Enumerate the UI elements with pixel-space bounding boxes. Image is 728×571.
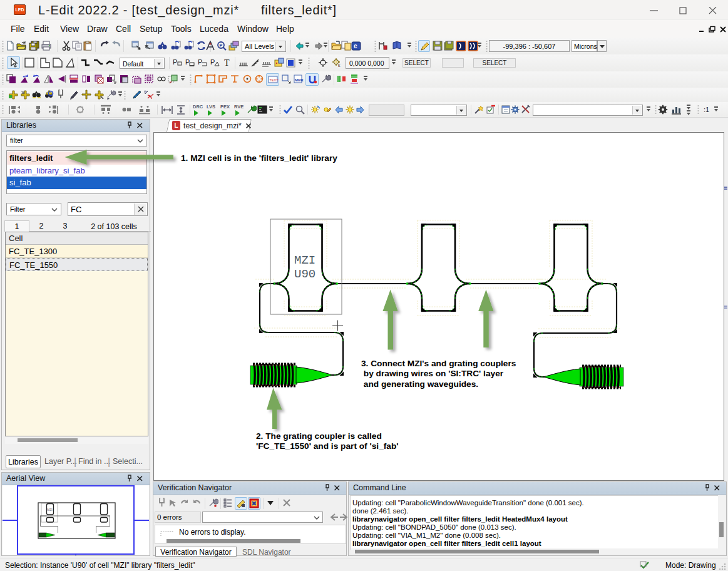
svg-text:P: P	[185, 58, 190, 66]
svg-text:T: T	[224, 58, 230, 68]
svg-text:P: P	[220, 43, 223, 48]
svg-text:P: P	[173, 58, 177, 66]
svg-text:RVE: RVE	[234, 104, 244, 110]
svg-text:U90: U90	[294, 267, 315, 281]
svg-text:PEX: PEX	[220, 104, 230, 110]
svg-text:LVS: LVS	[207, 104, 215, 110]
svg-text:MZI: MZI	[47, 508, 53, 512]
svg-text:MZI: MZI	[294, 254, 315, 267]
svg-text:P: P	[198, 58, 202, 66]
svg-text:e: e	[354, 43, 357, 49]
svg-text:DRC: DRC	[193, 104, 203, 110]
svg-text:P: P	[210, 58, 215, 66]
svg-text:k: k	[338, 63, 341, 68]
svg-text:TEXT: TEXT	[270, 78, 279, 82]
svg-text:MBB: MBB	[295, 78, 304, 82]
